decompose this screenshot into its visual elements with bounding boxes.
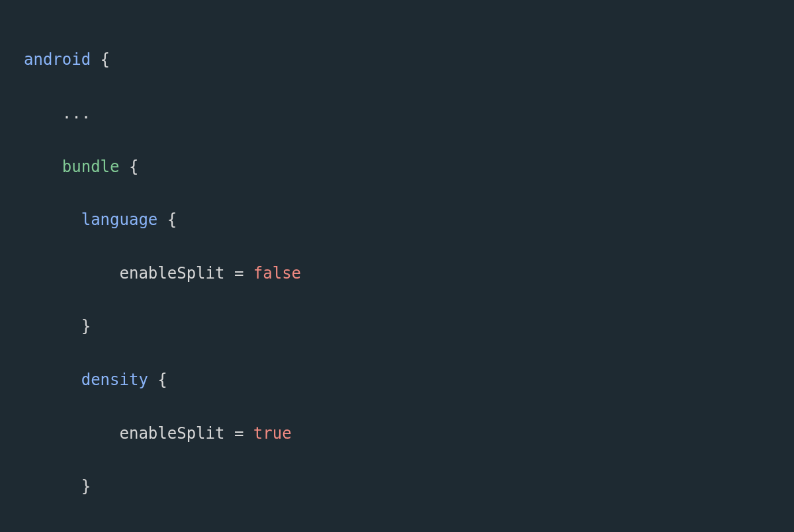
code-line: } xyxy=(24,313,770,339)
code-line: } xyxy=(24,473,770,500)
brace-open: { xyxy=(167,210,177,229)
value-false: false xyxy=(253,264,301,283)
section-density: density xyxy=(81,371,148,389)
brace-open: { xyxy=(157,371,167,389)
code-line: android { xyxy=(24,46,770,73)
keyword-bundle: bundle xyxy=(62,157,120,176)
section-language: language xyxy=(81,210,158,229)
brace-open xyxy=(91,50,100,69)
code-line: enableSplit = false xyxy=(24,260,770,287)
ellipsis: ... xyxy=(62,104,91,122)
brace-close: } xyxy=(81,317,91,335)
code-line: language { xyxy=(24,206,770,233)
prop-enablesplit: enableSplit xyxy=(120,424,225,443)
equals: = xyxy=(224,424,253,443)
code-line: bundle { xyxy=(24,154,770,180)
code-line: density { xyxy=(24,367,770,393)
code-line: enableSplit = true xyxy=(24,420,770,447)
keyword-android: android xyxy=(24,50,91,69)
code-line: ... xyxy=(24,100,770,126)
code-block: android { ... bundle { language { enable… xyxy=(24,20,770,532)
code-line: abi { xyxy=(24,527,770,532)
equals: = xyxy=(224,264,253,283)
brace-open: { xyxy=(101,50,110,69)
brace-close: } xyxy=(81,477,91,496)
value-true: true xyxy=(253,424,292,443)
prop-enablesplit: enableSplit xyxy=(120,264,225,283)
brace-open: { xyxy=(129,157,138,176)
